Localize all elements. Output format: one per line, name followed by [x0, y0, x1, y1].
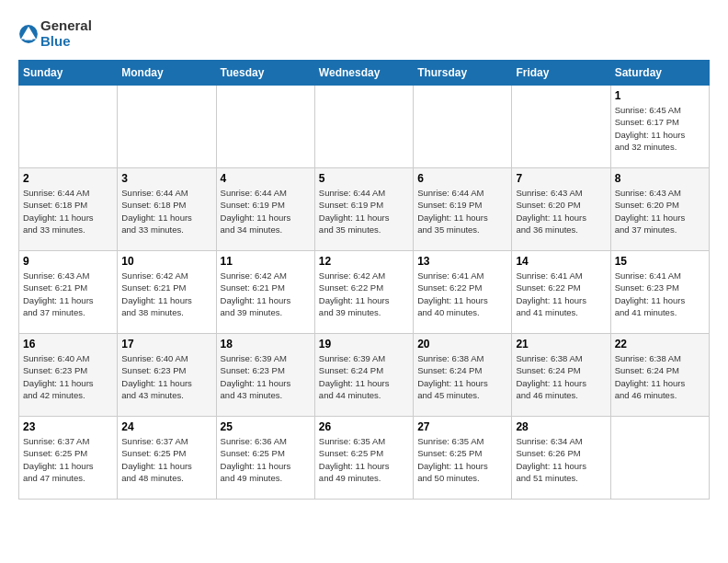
day-info: Sunrise: 6:42 AM Sunset: 6:22 PM Dayligh…	[319, 270, 409, 318]
day-number: 8	[615, 172, 705, 185]
calendar-cell: 11Sunrise: 6:42 AM Sunset: 6:21 PM Dayli…	[216, 251, 314, 334]
calendar-cell: 20Sunrise: 6:38 AM Sunset: 6:24 PM Dayli…	[414, 334, 512, 417]
day-number: 1	[615, 89, 705, 102]
day-number: 6	[417, 172, 507, 185]
day-info: Sunrise: 6:41 AM Sunset: 6:22 PM Dayligh…	[417, 270, 507, 318]
calendar-cell	[314, 86, 413, 168]
day-info: Sunrise: 6:43 AM Sunset: 6:20 PM Dayligh…	[615, 187, 705, 236]
day-number: 26	[319, 420, 409, 433]
day-info: Sunrise: 6:36 AM Sunset: 6:25 PM Dayligh…	[221, 435, 311, 484]
calendar-cell: 13Sunrise: 6:41 AM Sunset: 6:22 PM Dayli…	[414, 251, 512, 334]
calendar-cell: 22Sunrise: 6:38 AM Sunset: 6:24 PM Dayli…	[610, 334, 709, 417]
day-info: Sunrise: 6:38 AM Sunset: 6:24 PM Dayligh…	[417, 352, 507, 401]
calendar-cell: 28Sunrise: 6:34 AM Sunset: 6:26 PM Dayli…	[512, 417, 610, 500]
day-info: Sunrise: 6:44 AM Sunset: 6:19 PM Dayligh…	[319, 187, 409, 236]
day-number: 18	[221, 338, 311, 350]
day-info: Sunrise: 6:41 AM Sunset: 6:22 PM Dayligh…	[516, 270, 606, 318]
calendar-cell: 1Sunrise: 6:45 AM Sunset: 6:17 PM Daylig…	[610, 86, 709, 168]
day-info: Sunrise: 6:34 AM Sunset: 6:26 PM Dayligh…	[516, 435, 606, 484]
day-info: Sunrise: 6:41 AM Sunset: 6:23 PM Dayligh…	[615, 270, 705, 318]
weekday-header-row: SundayMondayTuesdayWednesdayThursdayFrid…	[19, 61, 710, 86]
calendar-cell: 2Sunrise: 6:44 AM Sunset: 6:18 PM Daylig…	[19, 168, 118, 251]
day-info: Sunrise: 6:43 AM Sunset: 6:20 PM Dayligh…	[516, 187, 606, 236]
day-number: 17	[121, 338, 211, 350]
calendar-cell: 25Sunrise: 6:36 AM Sunset: 6:25 PM Dayli…	[216, 417, 314, 500]
day-number: 24	[121, 420, 211, 433]
day-number: 11	[221, 255, 311, 268]
calendar-cell: 6Sunrise: 6:44 AM Sunset: 6:19 PM Daylig…	[414, 168, 512, 251]
logo-blue-text: Blue	[40, 34, 92, 50]
weekday-header-monday: Monday	[118, 61, 216, 86]
calendar-cell	[118, 86, 216, 168]
weekday-header-friday: Friday	[512, 61, 610, 86]
day-info: Sunrise: 6:45 AM Sunset: 6:17 PM Dayligh…	[615, 104, 705, 153]
calendar-week-3: 9Sunrise: 6:43 AM Sunset: 6:21 PM Daylig…	[19, 251, 710, 334]
day-info: Sunrise: 6:42 AM Sunset: 6:21 PM Dayligh…	[221, 270, 311, 318]
calendar-cell: 18Sunrise: 6:39 AM Sunset: 6:23 PM Dayli…	[216, 334, 314, 417]
day-number: 20	[417, 338, 507, 350]
day-number: 22	[615, 338, 705, 350]
day-info: Sunrise: 6:40 AM Sunset: 6:23 PM Dayligh…	[23, 352, 113, 401]
day-info: Sunrise: 6:44 AM Sunset: 6:19 PM Dayligh…	[221, 187, 311, 236]
day-number: 12	[319, 255, 409, 268]
day-info: Sunrise: 6:38 AM Sunset: 6:24 PM Dayligh…	[516, 352, 606, 401]
calendar-week-1: 1Sunrise: 6:45 AM Sunset: 6:17 PM Daylig…	[19, 86, 710, 168]
logo: General Blue	[18, 18, 92, 49]
calendar-cell: 14Sunrise: 6:41 AM Sunset: 6:22 PM Dayli…	[512, 251, 610, 334]
calendar-cell: 27Sunrise: 6:35 AM Sunset: 6:25 PM Dayli…	[414, 417, 512, 500]
day-number: 15	[615, 255, 705, 268]
day-info: Sunrise: 6:40 AM Sunset: 6:23 PM Dayligh…	[121, 352, 211, 401]
day-number: 2	[23, 172, 113, 185]
day-number: 14	[516, 255, 606, 268]
day-number: 27	[417, 420, 507, 433]
day-number: 16	[23, 338, 113, 350]
day-number: 28	[516, 420, 606, 433]
calendar-cell: 12Sunrise: 6:42 AM Sunset: 6:22 PM Dayli…	[314, 251, 413, 334]
calendar-cell	[216, 86, 314, 168]
day-info: Sunrise: 6:35 AM Sunset: 6:25 PM Dayligh…	[417, 435, 507, 484]
calendar-cell: 4Sunrise: 6:44 AM Sunset: 6:19 PM Daylig…	[216, 168, 314, 251]
calendar-cell: 16Sunrise: 6:40 AM Sunset: 6:23 PM Dayli…	[19, 334, 118, 417]
day-info: Sunrise: 6:44 AM Sunset: 6:18 PM Dayligh…	[23, 187, 113, 236]
day-info: Sunrise: 6:35 AM Sunset: 6:25 PM Dayligh…	[319, 435, 409, 484]
calendar-body: 1Sunrise: 6:45 AM Sunset: 6:17 PM Daylig…	[19, 86, 710, 500]
day-number: 9	[23, 255, 113, 268]
calendar-cell: 21Sunrise: 6:38 AM Sunset: 6:24 PM Dayli…	[512, 334, 610, 417]
calendar-cell: 10Sunrise: 6:42 AM Sunset: 6:21 PM Dayli…	[118, 251, 216, 334]
day-info: Sunrise: 6:37 AM Sunset: 6:25 PM Dayligh…	[23, 435, 113, 484]
calendar-cell: 7Sunrise: 6:43 AM Sunset: 6:20 PM Daylig…	[512, 168, 610, 251]
day-number: 25	[221, 420, 311, 433]
logo-icon	[18, 24, 39, 44]
weekday-header-tuesday: Tuesday	[216, 61, 314, 86]
calendar-cell: 5Sunrise: 6:44 AM Sunset: 6:19 PM Daylig…	[314, 168, 413, 251]
calendar-week-4: 16Sunrise: 6:40 AM Sunset: 6:23 PM Dayli…	[19, 334, 710, 417]
day-info: Sunrise: 6:39 AM Sunset: 6:23 PM Dayligh…	[221, 352, 311, 401]
day-number: 19	[319, 338, 409, 350]
calendar-table: SundayMondayTuesdayWednesdayThursdayFrid…	[18, 60, 710, 500]
day-number: 4	[221, 172, 311, 185]
calendar-cell: 3Sunrise: 6:44 AM Sunset: 6:18 PM Daylig…	[118, 168, 216, 251]
calendar-cell	[19, 86, 118, 168]
weekday-header-thursday: Thursday	[414, 61, 512, 86]
day-info: Sunrise: 6:42 AM Sunset: 6:21 PM Dayligh…	[121, 270, 211, 318]
day-number: 5	[319, 172, 409, 185]
day-number: 7	[516, 172, 606, 185]
day-info: Sunrise: 6:43 AM Sunset: 6:21 PM Dayligh…	[23, 270, 113, 318]
weekday-header-sunday: Sunday	[19, 61, 118, 86]
day-number: 10	[121, 255, 211, 268]
day-info: Sunrise: 6:44 AM Sunset: 6:19 PM Dayligh…	[417, 187, 507, 236]
day-info: Sunrise: 6:39 AM Sunset: 6:24 PM Dayligh…	[319, 352, 409, 401]
day-number: 13	[417, 255, 507, 268]
logo-general-text: General	[40, 18, 92, 34]
calendar-cell: 15Sunrise: 6:41 AM Sunset: 6:23 PM Dayli…	[610, 251, 709, 334]
calendar-cell: 19Sunrise: 6:39 AM Sunset: 6:24 PM Dayli…	[314, 334, 413, 417]
calendar-cell	[414, 86, 512, 168]
day-number: 3	[121, 172, 211, 185]
day-info: Sunrise: 6:44 AM Sunset: 6:18 PM Dayligh…	[121, 187, 211, 236]
svg-rect-2	[25, 38, 33, 40]
weekday-header-wednesday: Wednesday	[314, 61, 413, 86]
calendar-week-2: 2Sunrise: 6:44 AM Sunset: 6:18 PM Daylig…	[19, 168, 710, 251]
calendar-cell: 26Sunrise: 6:35 AM Sunset: 6:25 PM Dayli…	[314, 417, 413, 500]
calendar-cell: 9Sunrise: 6:43 AM Sunset: 6:21 PM Daylig…	[19, 251, 118, 334]
calendar-week-5: 23Sunrise: 6:37 AM Sunset: 6:25 PM Dayli…	[19, 417, 710, 500]
